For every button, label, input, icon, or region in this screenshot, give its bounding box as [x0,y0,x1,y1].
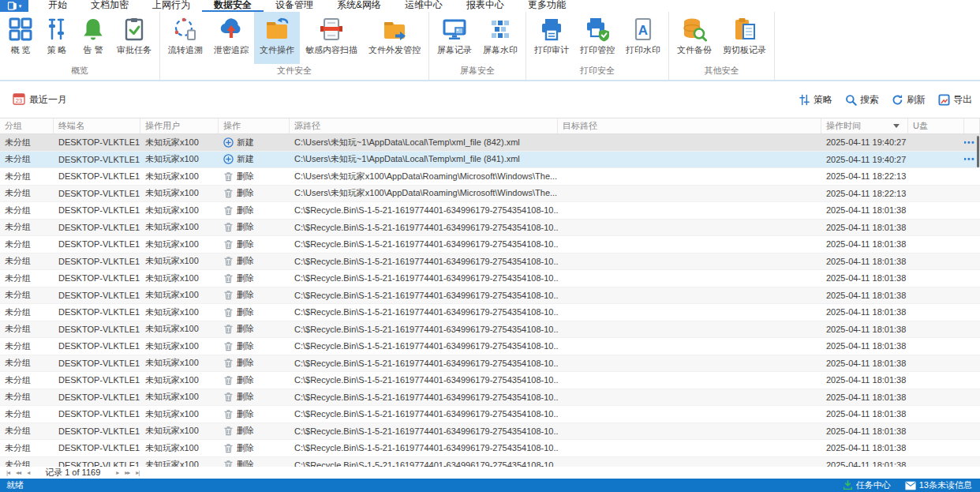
table-row[interactable]: 未分组DESKTOP-VLKTLE1未知玩家x100删除C:\Users\未知玩… [0,186,980,203]
table-row[interactable]: 未分组DESKTOP-VLKTLE1未知玩家x100删除C:\$Recycle.… [0,355,980,373]
column-header-操作时间[interactable]: 操作时间 [821,118,908,133]
ribbon-button-db-search[interactable]: 文件备份 [671,12,717,64]
ribbon-button-printer-shield[interactable]: 打印管控 [574,12,620,64]
delete-icon [223,222,234,232]
refresh-button[interactable]: 刷新 [892,93,926,107]
cell-operation: 删除 [219,391,290,403]
ribbon-button-doc-scan[interactable]: 敏感内容扫描 [300,12,363,64]
ribbon-button-doc-a[interactable]: A打印水印 [620,12,666,64]
ribbon-button-grid[interactable]: 概 览 [2,12,39,64]
menu-tab-更多功能[interactable]: 更多功能 [516,0,578,12]
table-row[interactable]: 未分组DESKTOP-VLKTLE1未知玩家x100删除C:\$Recycle.… [0,270,980,287]
ribbon-button-trace-cycle[interactable]: 流转追溯 [163,12,208,64]
table-row[interactable]: 未分组DESKTOP-VLKTLE1未知玩家x100删除C:\$Recycle.… [0,220,980,237]
refresh-label: 刷新 [907,93,926,107]
ribbon-button-folder-return[interactable]: 文件操作 [254,12,300,64]
ribbon-button-cloud-leak[interactable]: 泄密追踪 [208,12,254,64]
cell-source-path: C:\$Recycle.Bin\S-1-5-21-1619774401-6349… [290,223,558,232]
menu-tab-设备管理[interactable]: 设备管理 [264,0,325,12]
messages-button[interactable]: 13条未读信息 [905,479,972,491]
cell-group: 未分组 [0,205,54,216]
cell-terminal: DESKTOP-VLKTLE1 [54,137,140,147]
last-page-button[interactable]: ▸| [134,469,140,476]
table-row[interactable]: 未分组DESKTOP-VLKTLE1未知玩家x100删除C:\$Recycle.… [0,457,980,468]
cell-operation: 删除 [219,425,290,437]
svg-text:A: A [638,23,648,38]
table-row[interactable]: 未分组DESKTOP-VLKTLE1未知玩家x100删除C:\$Recycle.… [0,202,980,220]
ribbon-group: 文件备份剪切板记录其他安全 [669,12,775,80]
ribbon-button-folder-out[interactable]: 文件外发管控 [363,12,426,64]
vertical-scrollbar[interactable] [977,136,979,167]
fast-next-button[interactable]: ▸▸ [123,469,131,476]
search-button[interactable]: 搜索 [845,93,879,107]
cell-user: 未知玩家x100 [140,425,219,437]
ribbon-button-clipboard-check[interactable]: 审批任务 [111,12,157,64]
cell-source-path: C:\$Recycle.Bin\S-1-5-21-1619774401-6349… [290,273,558,283]
table-row[interactable]: 未分组DESKTOP-VLKTLE1未知玩家x100删除C:\$Recycle.… [0,236,980,254]
table-row[interactable]: 未分组DESKTOP-VLKTLE1未知玩家x100删除C:\Users\未知玩… [0,168,980,186]
table-row[interactable]: 未分组DESKTOP-VLKTLE1未知玩家x100删除C:\$Recycle.… [0,304,980,321]
calendar-icon: 23 [13,92,25,107]
cell-group: 未分组 [0,272,54,284]
ribbon-button-label: 屏幕水印 [483,44,518,56]
table-row[interactable]: 未分组DESKTOP-VLKTLE1未知玩家x100新建C:\Users\未知玩… [0,152,980,169]
menu-tab-系统&网络[interactable]: 系统&网络 [325,0,393,12]
cell-terminal: DESKTOP-VLKTLE1 [54,426,140,436]
cell-user: 未知玩家x100 [140,171,219,182]
table-row[interactable]: 未分组DESKTOP-VLKTLE1未知玩家x100删除C:\$Recycle.… [0,338,980,355]
column-header-终端名[interactable]: 终端名 [54,118,140,133]
table-row[interactable]: 未分组DESKTOP-VLKTLE1未知玩家x100删除C:\$Recycle.… [0,406,980,423]
policy-button[interactable]: 策略 [799,93,832,107]
column-header-U盘[interactable]: U盘 [908,118,964,133]
cell-time: 2025-04-11 18:01:38 [821,375,908,385]
export-button[interactable]: 导出 [938,93,972,107]
cell-terminal: DESKTOP-VLKTLE1 [54,171,140,181]
task-center-label: 任务中心 [856,479,891,491]
table-row[interactable]: 未分组DESKTOP-VLKTLE1未知玩家x100删除C:\$Recycle.… [0,389,980,407]
column-header-源路径[interactable]: 源路径 [290,118,558,133]
task-center-button[interactable]: 任务中心 [843,479,891,491]
sort-caret-icon[interactable] [893,124,900,128]
cell-user: 未知玩家x100 [140,340,219,352]
column-header-actions[interactable] [964,118,980,133]
menu-tab-运维中心[interactable]: 运维中心 [393,0,454,12]
ribbon-button-label: 屏幕记录 [437,44,472,56]
menu-tab-开始[interactable]: 开始 [36,0,79,12]
cell-time: 2025-04-11 18:01:38 [821,460,908,467]
ribbon-button-label: 文件备份 [677,44,712,56]
table-row[interactable]: 未分组DESKTOP-VLKTLE1未知玩家x100删除C:\$Recycle.… [0,254,980,271]
cell-group: 未分组 [0,137,54,148]
column-header-目标路径[interactable]: 目标路径 [558,118,821,133]
cell-group: 未分组 [0,238,54,250]
ribbon-button-label: 概 览 [10,44,30,56]
ribbon-button-label: 文件操作 [260,44,294,56]
delete-icon [223,341,234,351]
cell-source-path: C:\$Recycle.Bin\S-1-5-21-1619774401-6349… [290,307,558,317]
menu-tab-上网行为[interactable]: 上网行为 [140,0,202,12]
table-row[interactable]: 未分组DESKTOP-VLKTLE1未知玩家x100删除C:\$Recycle.… [0,321,980,339]
table-row[interactable]: 未分组DESKTOP-VLKTLE1未知玩家x100删除C:\$Recycle.… [0,440,980,457]
table-row[interactable]: 未分组DESKTOP-VLKTLE1未知玩家x100删除C:\$Recycle.… [0,423,980,441]
table-row[interactable]: 未分组DESKTOP-VLKTLE1未知玩家x100删除C:\$Recycle.… [0,287,980,305]
date-range-filter[interactable]: 23 最近一月 [13,92,67,107]
ribbon-button-label: 泄密追踪 [214,44,249,56]
next-page-button[interactable]: ▸ [114,469,120,476]
fast-prev-button[interactable]: ◂◂ [14,469,22,476]
table-row[interactable]: 未分组DESKTOP-VLKTLE1未知玩家x100删除C:\$Recycle.… [0,372,980,389]
first-page-button[interactable]: |◂ [5,469,11,476]
ribbon-button-bell[interactable]: 告 警 [75,12,111,64]
ribbon-button-printer[interactable]: 打印审计 [529,12,574,64]
ribbon-button-sliders[interactable]: 策 略 [39,12,75,64]
table-row[interactable]: 未分组DESKTOP-VLKTLE1未知玩家x100新建C:\Users\未知玩… [0,134,980,152]
column-header-操作用户[interactable]: 操作用户 [140,118,219,133]
prev-page-button[interactable]: ◂ [25,469,31,476]
menu-tab-报表中心[interactable]: 报表中心 [454,0,516,12]
column-header-操作[interactable]: 操作 [219,118,290,133]
app-menu-button[interactable]: ▾ [0,0,28,12]
ribbon-button-monitor[interactable]: 屏幕记录 [432,12,477,64]
ribbon-button-clipboard-doc[interactable]: 剪切板记录 [717,12,772,64]
column-header-分组[interactable]: 分组 [0,118,54,133]
menu-tab-数据安全[interactable]: 数据安全 [202,0,264,12]
menu-tab-文档加密[interactable]: 文档加密 [79,0,140,12]
ribbon-button-pixels[interactable]: 屏幕水印 [477,12,523,64]
